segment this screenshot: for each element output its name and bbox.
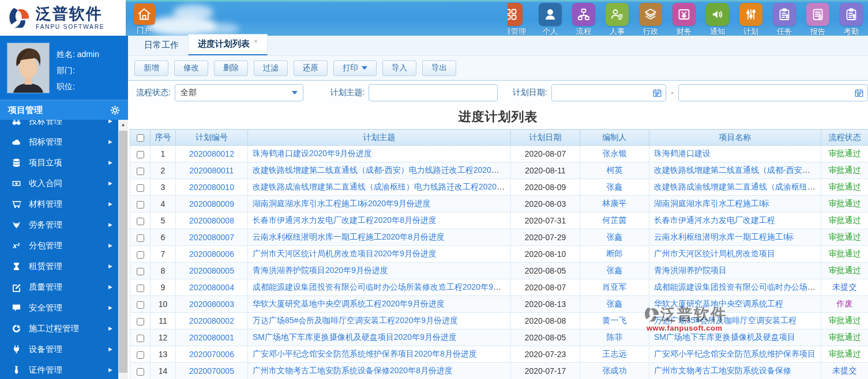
module-button-report[interactable]: 报告 — [801, 3, 835, 36]
portal-button[interactable]: 门户 — [131, 3, 157, 36]
date-to-field[interactable] — [678, 84, 868, 101]
status-filter-select[interactable]: 全部 — [175, 84, 304, 101]
toolbar-button[interactable]: 导入 — [382, 60, 416, 76]
author-link[interactable]: 张鑫 — [607, 266, 623, 275]
module-button-speaker[interactable]: 通知 — [701, 3, 734, 36]
author-link[interactable]: 柯英 — [607, 165, 623, 175]
column-header[interactable]: 序号 — [151, 130, 176, 146]
sidebar-item[interactable]: 投标管理 ▶ — [0, 120, 118, 131]
date-from-field[interactable] — [551, 84, 667, 101]
module-button-person[interactable]: 个人 — [533, 3, 567, 36]
sidebar-item[interactable]: 证件管理 ▶ — [0, 359, 118, 379]
author-link[interactable]: 林康平 — [603, 199, 627, 208]
calendar-icon[interactable] — [855, 89, 863, 97]
author-link[interactable]: 张鑫 — [607, 232, 623, 241]
plan-subject-link[interactable]: 万达广场85#会所及咖啡厅空调安装工程2020年9月份进度 — [253, 316, 458, 325]
sidebar-item[interactable]: 质量管理 ▶ — [0, 276, 118, 297]
plan-code-link[interactable]: 2020080007 — [189, 233, 234, 242]
row-checkbox[interactable] — [137, 234, 144, 242]
plan-subject-link[interactable]: 广安邓小平纪念馆安全防范系统维护保养项目2020年8月份进度 — [253, 349, 477, 358]
sidebar-module-header[interactable]: 项目管理 — [0, 100, 128, 120]
toolbar-button[interactable]: 删除 — [214, 60, 248, 76]
tab[interactable]: 日常工作 — [135, 36, 188, 55]
subject-filter-input[interactable] — [369, 84, 497, 101]
plan-code-link[interactable]: 2020080010 — [189, 183, 234, 192]
column-header[interactable]: 流程状态 — [821, 130, 868, 146]
plan-subject-link[interactable]: 湖南洞庭湖水库引水工程施工I标2020年9月份进度 — [253, 199, 431, 208]
scrollbar-thumb[interactable] — [119, 131, 127, 373]
author-link[interactable]: 张鑫 — [607, 182, 623, 191]
row-checkbox[interactable] — [137, 351, 144, 359]
module-button-yen[interactable]: 财务 — [667, 3, 701, 36]
sidebar-item[interactable]: 收入合同 ▶ — [0, 173, 118, 194]
sidebar-item[interactable]: 项目立项 ▶ — [0, 152, 118, 173]
module-button-hr[interactable]: 人事 — [600, 3, 634, 36]
module-button-layers[interactable]: 行政 — [634, 3, 667, 36]
author-link[interactable]: 张成功 — [603, 366, 627, 375]
select-all-checkbox[interactable] — [137, 134, 144, 142]
row-checkbox[interactable] — [137, 151, 144, 158]
project-name-link[interactable]: 珠海鹤港口建设 — [654, 149, 711, 158]
module-button-flow[interactable]: 流程 — [567, 3, 600, 36]
plan-subject-link[interactable]: 广州市文物考古工地安防系统设备保修2020年8月份进度 — [253, 366, 453, 375]
date-to-input[interactable] — [679, 85, 850, 101]
plan-subject-link[interactable]: 长春市伊通河水力发电厂改建工程2020年8月份进度 — [253, 215, 437, 225]
plan-code-link[interactable]: 2020070006 — [189, 350, 234, 359]
row-checkbox[interactable] — [137, 251, 144, 259]
row-checkbox[interactable] — [137, 184, 144, 192]
project-name-link[interactable]: 广州市文物考古工地安防系统设备保修 — [654, 366, 791, 375]
column-header[interactable]: 计划编号 — [176, 130, 248, 146]
sidebar-scrollbar[interactable]: ▲ — [118, 120, 128, 379]
plan-subject-link[interactable]: 成都能源建设集团投资有限公司临时办公场所装修改造工程2020年9月份... — [253, 282, 511, 291]
close-icon[interactable]: × — [254, 37, 258, 46]
scrollbar-up-button[interactable]: ▲ — [118, 120, 128, 130]
date-from-input[interactable] — [552, 85, 649, 101]
sidebar-item[interactable]: 招标管理 ▶ — [0, 131, 118, 152]
plan-code-link[interactable]: 2020080002 — [189, 316, 234, 325]
author-link[interactable]: 肖亚军 — [603, 282, 627, 291]
calendar-icon[interactable] — [653, 89, 662, 97]
row-checkbox[interactable] — [137, 285, 144, 292]
sidebar-item[interactable]: 劳务管理 ▶ — [0, 214, 118, 235]
author-link[interactable]: 张鑫 — [607, 299, 623, 308]
row-checkbox[interactable] — [137, 201, 144, 209]
module-button-grid[interactable]: 项目管理 — [508, 3, 533, 36]
plan-code-link[interactable]: 2020080011 — [190, 166, 234, 175]
row-checkbox[interactable] — [137, 268, 144, 275]
author-link[interactable]: 何芷茵 — [603, 215, 627, 225]
sidebar-item[interactable]: 施工过程管理 ▶ — [0, 318, 118, 339]
plan-code-link[interactable]: 2020080005 — [189, 266, 234, 275]
sidebar-item[interactable]: x² 分包管理 ▶ — [0, 235, 118, 256]
module-button-sliders[interactable]: 计划 — [734, 3, 768, 36]
author-link[interactable]: 断郎 — [607, 249, 623, 258]
module-button-clipboard[interactable]: 任务 — [768, 3, 801, 36]
plan-subject-link[interactable]: 青海洪湖养护院项目2020年9月份进度 — [253, 266, 388, 275]
toolbar-button[interactable]: 还原 — [294, 60, 328, 76]
project-name-link[interactable]: 改建铁路线增建第二线直通线（成都-西安）电... — [654, 165, 821, 175]
column-header[interactable]: 项目名称 — [649, 130, 821, 146]
project-name-link[interactable]: 改建铁路成渝线增建第二直通线（成渝枢纽）... — [654, 182, 821, 191]
toolbar-button[interactable]: 过滤 — [254, 60, 288, 76]
settings-gear-icon[interactable] — [110, 105, 120, 115]
plan-subject-link[interactable]: 华软大厦研究基地中央空调系统工程2020年9月份进度 — [253, 299, 445, 308]
sidebar-item[interactable]: 租赁管理 ▶ — [0, 256, 118, 276]
row-checkbox[interactable] — [137, 335, 144, 342]
plan-subject-link[interactable]: 云南水利枢纽潜明水库一期工程施工2020年8月份进度 — [253, 232, 445, 241]
plan-subject-link[interactable]: 改建铁路成渝线增建第二直通线（成渝枢纽）电力线路迁改工程2020年9... — [253, 182, 511, 191]
plan-code-link[interactable]: 2020080012 — [189, 149, 234, 158]
plan-subject-link[interactable]: 广州市天河区统计局机房改造项目2020年9月份进度 — [253, 249, 437, 258]
project-name-link[interactable]: 华软大厦研究基地中央空调系统工程 — [654, 299, 783, 308]
author-link[interactable]: 王志远 — [603, 349, 627, 358]
toolbar-button[interactable]: 打印 — [333, 60, 377, 76]
sidebar-item[interactable]: 材料管理 ▶ — [0, 194, 118, 214]
plan-code-link[interactable]: 2020070005 — [189, 366, 234, 376]
author-link[interactable]: 张永银 — [603, 149, 627, 158]
sidebar-item[interactable]: 设备管理 ▶ — [0, 339, 118, 359]
row-checkbox[interactable] — [137, 168, 144, 175]
sidebar-item[interactable]: 安全管理 ▶ — [0, 297, 118, 318]
project-name-link[interactable]: 广安邓小平纪念馆安全防范系统维护保养项目 — [654, 349, 816, 358]
author-link[interactable]: 陈菲 — [607, 332, 623, 342]
column-header[interactable]: 编制人 — [580, 130, 649, 146]
module-button-clipboard[interactable]: 考勤 — [835, 3, 868, 36]
tab[interactable]: 进度计划列表× — [188, 34, 268, 55]
